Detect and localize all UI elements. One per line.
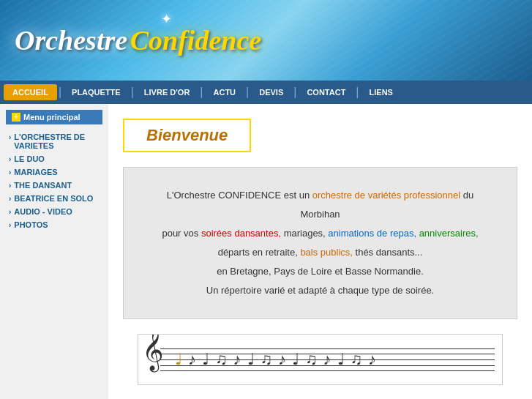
note-11: ♪ <box>323 350 331 369</box>
music-notes: ♩ ♪ ♩ ♫ ♪ ♩ ♫ ♪ ♩ ♫ ♪ ♩ ♫ ♪ <box>175 335 495 384</box>
note-14: ♪ <box>368 350 376 369</box>
nav-livre-dor[interactable]: LIVRE D'OR <box>135 81 199 104</box>
sidebar-header-label: Menu principal <box>23 113 80 122</box>
desc-line-2: pour vos soirées dansantes, mariages, an… <box>146 224 495 243</box>
sidebar-label-audio: AUDIO - VIDEO <box>14 207 72 216</box>
sidebar-label-mariages: MARIAGES <box>14 168 57 176</box>
sidebar-arrow-beatrice: › <box>9 195 11 203</box>
nav-sep-4: | <box>244 86 250 99</box>
desc-line-1: L'Orchestre CONFIDENCE est un orchestre … <box>146 186 495 224</box>
header: Orchestre Confidence ✦ <box>0 0 532 81</box>
nav-sep-5: | <box>292 86 298 99</box>
desc-1a: L'Orchestre CONFIDENCE est un <box>167 190 312 201</box>
sidebar-arrow-orchestre: › <box>9 133 11 141</box>
navbar: ACCUEIL | PLAQUETTE | LIVRE D'OR | ACTU … <box>0 81 532 104</box>
desc-2a: pour vos <box>162 228 201 239</box>
sidebar-arrow-audio: › <box>9 208 11 216</box>
desc-3b: bals publics, <box>300 247 353 258</box>
sidebar-item-orchestre[interactable]: › L'ORCHESTRE DE VARIETES <box>6 130 102 152</box>
desc-3a: départs en retraite, <box>218 247 301 258</box>
nav-liens[interactable]: LIENS <box>361 81 402 104</box>
desc-line-5: Un répertoire varié et adapté à chaque t… <box>146 281 495 300</box>
desc-2b: soirées dansantes, <box>201 228 281 239</box>
note-2: ♪ <box>188 350 196 369</box>
sidebar-arrow-mariages: › <box>9 168 11 176</box>
desc-line-4: en Bretagne, Pays de Loire et Basse Norm… <box>146 262 495 281</box>
treble-clef-icon: 𝄞 <box>142 334 164 368</box>
sidebar-item-the-dansant[interactable]: › THE DANSANT <box>6 179 102 192</box>
sidebar-arrow-duo: › <box>9 155 11 163</box>
content-area: Bienvenue L'Orchestre CONFIDENCE est un … <box>108 104 532 399</box>
sidebar-label-duo: LE DUO <box>14 154 45 163</box>
nav-sep-2: | <box>130 86 135 99</box>
note-10: ♫ <box>305 350 318 369</box>
description-box: L'Orchestre CONFIDENCE est un orchestre … <box>123 167 517 319</box>
sidebar-header-icon: + <box>12 113 20 122</box>
desc-5a: Un répertoire varié et adapté à chaque t… <box>206 285 434 296</box>
note-7: ♫ <box>261 350 273 369</box>
nav-sep-6: | <box>354 86 360 99</box>
desc-1b: orchestre de variétés professionnel <box>312 190 460 201</box>
desc-3c: thés dansants... <box>353 247 422 258</box>
sidebar-item-photos[interactable]: › PHOTOS <box>6 218 102 231</box>
desc-2e: anniversaires, <box>416 228 479 239</box>
sidebar-item-audio[interactable]: › AUDIO - VIDEO <box>6 205 102 218</box>
sidebar-arrow-photos: › <box>9 221 11 229</box>
header-logo: Orchestre Confidence <box>15 24 261 56</box>
sidebar-header: + Menu principal <box>6 110 102 124</box>
music-staff: 𝄞 ♩ ♪ ♩ ♫ ♪ ♩ ♫ ♪ ♩ ♫ ♪ ♩ ♫ ♪ <box>138 334 503 385</box>
desc-2d: animations de repas, <box>328 228 416 239</box>
nav-accueil[interactable]: ACCUEIL <box>4 84 57 100</box>
sidebar-label-beatrice: BEATRICE EN SOLO <box>14 194 93 203</box>
note-4: ♫ <box>215 350 228 369</box>
main-container: + Menu principal › L'ORCHESTRE DE VARIET… <box>0 104 532 399</box>
sidebar-label-the: THE DANSANT <box>14 181 72 190</box>
sparkle-icon: ✦ <box>161 11 176 26</box>
sidebar-item-duo[interactable]: › LE DUO <box>6 152 102 165</box>
nav-sep-3: | <box>198 86 204 99</box>
note-13: ♫ <box>351 350 363 369</box>
note-6: ♩ <box>247 350 255 369</box>
nav-devis[interactable]: DEVIS <box>250 81 292 104</box>
nav-sep-1: | <box>57 86 63 99</box>
welcome-box: Bienvenue <box>123 119 251 152</box>
nav-contact[interactable]: CONTACT <box>298 81 354 104</box>
sidebar-item-mariages[interactable]: › MARIAGES <box>6 165 102 179</box>
nav-plaquette[interactable]: PLAQUETTE <box>63 81 130 104</box>
note-5: ♪ <box>233 350 241 369</box>
note-12: ♩ <box>337 350 345 369</box>
welcome-title: Bienvenue <box>146 126 228 145</box>
sidebar-arrow-the: › <box>9 182 11 190</box>
desc-2c: mariages, <box>281 228 328 239</box>
sidebar: + Menu principal › L'ORCHESTRE DE VARIET… <box>0 104 108 399</box>
desc-4a: en Bretagne, Pays de Loire et Basse Norm… <box>217 266 424 277</box>
logo-orchestre: Orchestre <box>15 25 127 56</box>
sidebar-label-photos: PHOTOS <box>14 220 48 229</box>
note-8: ♪ <box>278 350 286 369</box>
note-9: ♩ <box>292 350 299 369</box>
page-wrapper: Orchestre Confidence ✦ ACCUEIL | PLAQUET… <box>0 0 532 399</box>
sidebar-item-beatrice[interactable]: › BEATRICE EN SOLO <box>6 192 102 205</box>
note-3: ♩ <box>202 350 209 369</box>
nav-actu[interactable]: ACTU <box>205 81 245 104</box>
logo-confidence: Confidence <box>130 25 261 56</box>
desc-line-3: départs en retraite, bals publics, thés … <box>146 243 495 262</box>
sidebar-label-orchestre: L'ORCHESTRE DE VARIETES <box>14 133 100 150</box>
note-1: ♩ <box>175 350 182 369</box>
